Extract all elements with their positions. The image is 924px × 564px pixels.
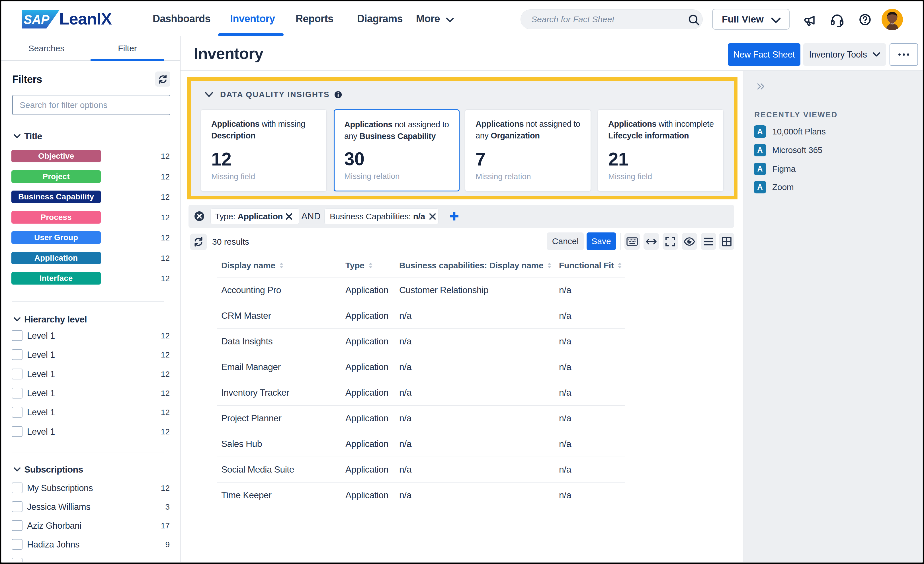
- svg-text:SAP: SAP: [24, 12, 50, 27]
